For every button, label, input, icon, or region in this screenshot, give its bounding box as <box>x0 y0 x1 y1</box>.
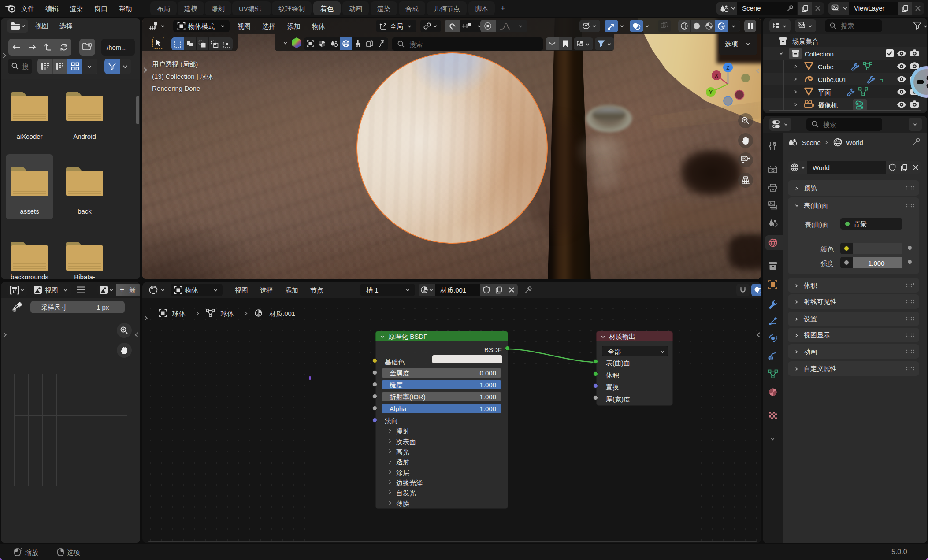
svg-text:X: X <box>715 73 718 79</box>
svg-text:Z: Z <box>726 65 729 71</box>
svg-text:Y: Y <box>709 89 713 96</box>
